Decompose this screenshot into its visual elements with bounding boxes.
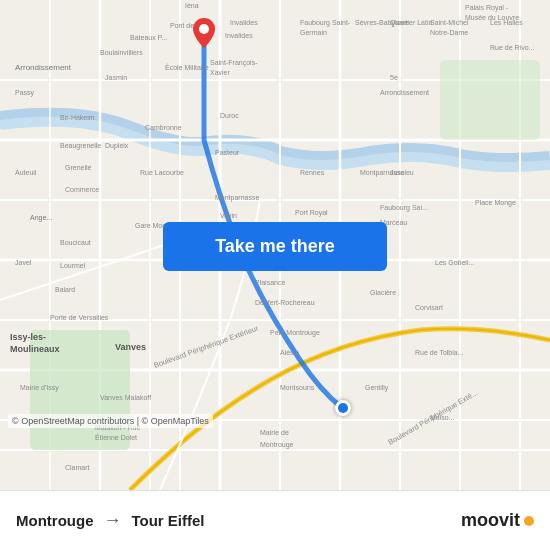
- svg-text:Pasteur: Pasteur: [215, 149, 240, 156]
- svg-text:Plaisance: Plaisance: [255, 279, 285, 286]
- svg-text:Balard: Balard: [55, 286, 75, 293]
- bottom-bar: Montrouge → Tour Eiffel moovit: [0, 490, 550, 550]
- svg-text:Gentilly: Gentilly: [365, 384, 389, 392]
- svg-text:Faubourg Sai...: Faubourg Sai...: [380, 204, 428, 212]
- svg-text:Place Monge: Place Monge: [475, 199, 516, 207]
- current-location-dot: [335, 400, 351, 416]
- svg-text:Clamart: Clamart: [65, 464, 90, 471]
- svg-text:Petit-Montrouge: Petit-Montrouge: [270, 329, 320, 337]
- svg-text:Port Royal: Port Royal: [295, 209, 328, 217]
- svg-point-96: [199, 24, 209, 34]
- svg-text:Notre-Dame: Notre-Dame: [430, 29, 468, 36]
- svg-text:Alésia: Alésia: [280, 349, 299, 356]
- svg-text:Rennes: Rennes: [300, 169, 325, 176]
- take-me-there-button[interactable]: Take me there: [163, 222, 387, 271]
- svg-text:Arrondissement: Arrondissement: [15, 63, 72, 72]
- map-copyright: © OpenStreetMap contributors | © OpenMap…: [8, 414, 213, 428]
- svg-text:Saint-Michel: Saint-Michel: [430, 19, 469, 26]
- route-to: Tour Eiffel: [131, 512, 204, 529]
- svg-text:Grenelle: Grenelle: [65, 164, 92, 171]
- svg-text:Issy-les-: Issy-les-: [10, 332, 46, 342]
- svg-text:5e: 5e: [390, 74, 398, 81]
- moovit-brand-text: moovit: [461, 510, 520, 531]
- svg-text:Duroc: Duroc: [220, 112, 239, 119]
- svg-text:Jasmin: Jasmin: [105, 74, 127, 81]
- route-from: Montrouge: [16, 512, 93, 529]
- svg-text:Montparnasse: Montparnasse: [215, 194, 259, 202]
- svg-text:Rue Lacourbe: Rue Lacourbe: [140, 169, 184, 176]
- svg-text:Corvisart: Corvisart: [415, 304, 443, 311]
- svg-text:Lourmel: Lourmel: [60, 262, 86, 269]
- svg-text:Jussieu: Jussieu: [390, 169, 414, 176]
- svg-text:Germain: Germain: [300, 29, 327, 36]
- svg-text:Javel: Javel: [15, 259, 32, 266]
- svg-text:Commerce: Commerce: [65, 186, 99, 193]
- svg-text:Ange...: Ange...: [30, 214, 52, 222]
- map-area: Arrondissement Passy Auteuil Ange... Jav…: [0, 0, 550, 490]
- svg-text:Glacière: Glacière: [370, 289, 396, 296]
- svg-text:Invalides: Invalides: [230, 19, 258, 26]
- destination-pin: [193, 18, 215, 48]
- svg-text:École Militaire: École Militaire: [165, 63, 209, 71]
- svg-text:Rue de Rivo...: Rue de Rivo...: [490, 44, 534, 51]
- svg-text:Vavin: Vavin: [220, 212, 237, 219]
- svg-text:Passy: Passy: [15, 89, 35, 97]
- svg-text:Beaugrenelle: Beaugrenelle: [60, 142, 101, 150]
- svg-text:Vanves Malakoff: Vanves Malakoff: [100, 394, 151, 401]
- svg-text:Montrouge: Montrouge: [260, 441, 294, 449]
- svg-text:Moulineaux: Moulineaux: [10, 344, 60, 354]
- svg-text:Boulainvilliers: Boulainvilliers: [100, 49, 143, 56]
- svg-text:Cambronne: Cambronne: [145, 124, 182, 131]
- svg-text:Denfert-Rochereau: Denfert-Rochereau: [255, 299, 315, 306]
- svg-text:Saint-François-: Saint-François-: [210, 59, 258, 67]
- moovit-dot-icon: [524, 516, 534, 526]
- svg-text:Auteuil: Auteuil: [15, 169, 37, 176]
- svg-text:Rue de Tolbia...: Rue de Tolbia...: [415, 349, 464, 356]
- svg-text:Dupleix: Dupleix: [105, 142, 129, 150]
- svg-text:Bir-Hakeim: Bir-Hakeim: [60, 114, 95, 121]
- svg-text:Quartier Latin: Quartier Latin: [390, 19, 433, 27]
- svg-text:Porte de Versailles: Porte de Versailles: [50, 314, 109, 321]
- svg-text:Palais Royal -: Palais Royal -: [465, 4, 509, 12]
- svg-text:Boucicaut: Boucicaut: [60, 239, 91, 246]
- svg-rect-20: [440, 60, 540, 140]
- svg-text:Montsouris: Montsouris: [280, 384, 315, 391]
- svg-text:Faubourg Saint-: Faubourg Saint-: [300, 19, 351, 27]
- svg-text:Vanves: Vanves: [115, 342, 146, 352]
- svg-text:Invalides: Invalides: [225, 32, 253, 39]
- svg-text:Les Halles: Les Halles: [490, 19, 523, 26]
- moovit-logo: moovit: [461, 510, 534, 531]
- svg-text:Arrondissement: Arrondissement: [380, 89, 429, 96]
- svg-text:Étienne Dolet: Étienne Dolet: [95, 433, 137, 441]
- svg-text:Xavier: Xavier: [210, 69, 231, 76]
- svg-text:Iéna: Iéna: [185, 2, 199, 9]
- route-arrow: →: [103, 510, 121, 531]
- svg-text:Bateaux P...: Bateaux P...: [130, 34, 167, 41]
- svg-text:Mairie d'Issy: Mairie d'Issy: [20, 384, 59, 392]
- svg-text:Les Gobeli...: Les Gobeli...: [435, 259, 474, 266]
- svg-text:Mairie de: Mairie de: [260, 429, 289, 436]
